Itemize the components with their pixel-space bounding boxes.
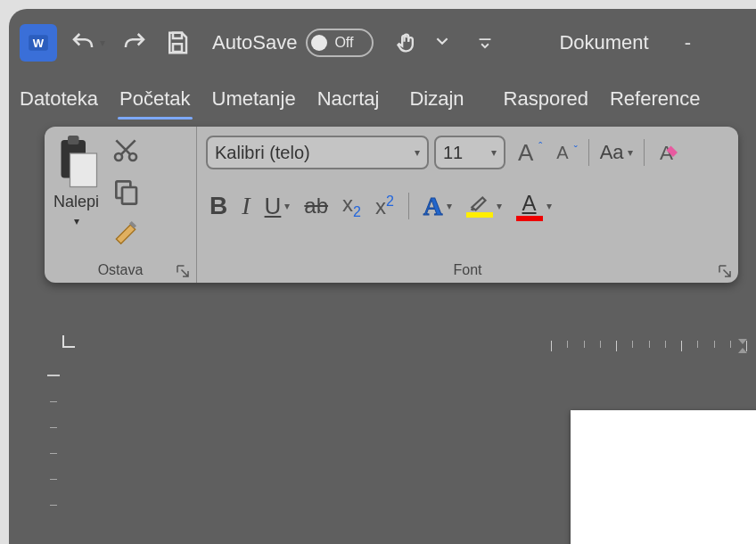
- svg-rect-2: [173, 33, 182, 38]
- font-color-dropdown-icon[interactable]: ▾: [546, 200, 552, 212]
- document-page[interactable]: [571, 410, 756, 544]
- svg-rect-6: [70, 153, 96, 187]
- svg-marker-12: [738, 339, 747, 344]
- highlight-dropdown-icon[interactable]: ▾: [497, 200, 502, 212]
- svg-text:W: W: [33, 37, 45, 50]
- qat-overflow-button[interactable]: [473, 31, 497, 54]
- underline-button[interactable]: U ▾: [265, 193, 291, 220]
- font-name-select[interactable]: Kalibri (telo) ▾: [206, 136, 429, 169]
- autosave-label: AutoSave: [212, 31, 297, 54]
- font-color-button[interactable]: A ▾: [516, 191, 552, 221]
- redo-button[interactable]: [118, 26, 152, 60]
- strikethrough-button[interactable]: ab: [304, 194, 328, 218]
- indent-marker[interactable]: [736, 337, 749, 355]
- undo-dropdown-icon[interactable]: ▾: [100, 37, 105, 49]
- document-title: Dokument: [559, 31, 648, 54]
- title-suffix: -: [685, 31, 691, 54]
- clipboard-group: Nalepi ▾ Ostava: [45, 127, 196, 283]
- change-case-button[interactable]: Aa ▾: [600, 141, 633, 164]
- superscript-button[interactable]: x2: [375, 194, 394, 219]
- touch-mode-button[interactable]: [391, 27, 423, 59]
- clear-formatting-button[interactable]: A: [655, 139, 682, 166]
- underline-dropdown-icon[interactable]: ▾: [284, 200, 290, 212]
- text-effects-button[interactable]: A ▾: [423, 191, 452, 221]
- svg-rect-3: [173, 44, 182, 52]
- toggle-thumb: [311, 35, 327, 51]
- italic-button[interactable]: I: [242, 192, 250, 220]
- tab-layout[interactable]: Raspored: [502, 84, 590, 114]
- font-size-select[interactable]: 11 ▾: [434, 136, 505, 169]
- cut-button[interactable]: [111, 136, 140, 164]
- clipboard-group-label: Ostava: [98, 262, 144, 278]
- svg-rect-10: [122, 187, 136, 204]
- app-window: W ▾ AutoSave Off Dokument -: [9, 9, 756, 544]
- paste-button[interactable]: Nalepi ▾: [53, 136, 99, 227]
- subscript-button[interactable]: x2: [342, 192, 361, 220]
- highlight-button[interactable]: ▾: [466, 194, 502, 218]
- highlight-icon: [466, 194, 493, 218]
- bold-button[interactable]: B: [210, 192, 227, 220]
- font-dialog-launcher[interactable]: [717, 263, 733, 279]
- paste-label: Nalepi: [53, 193, 99, 211]
- save-button[interactable]: [160, 26, 194, 60]
- touch-mode-dropdown[interactable]: [436, 35, 448, 51]
- text-effects-dropdown-icon[interactable]: ▾: [447, 200, 452, 212]
- grow-font-button[interactable]: Aˆ: [518, 139, 542, 167]
- undo-button[interactable]: ▾: [66, 26, 109, 60]
- tab-references[interactable]: Reference: [608, 84, 703, 114]
- font-color-icon: A: [516, 191, 543, 221]
- font-size-value: 11: [443, 143, 463, 163]
- chevron-down-icon: ▾: [415, 146, 420, 159]
- font-group: Kalibri (telo) ▾ 11 ▾ Aˆ Aˇ A: [196, 127, 738, 283]
- ruler-ticks: [551, 341, 747, 353]
- ruler-corner-icon: [62, 335, 75, 348]
- title-bar: W ▾ AutoSave Off Dokument -: [9, 9, 756, 77]
- ribbon-panel: Nalepi ▾ Ostava: [45, 127, 738, 283]
- autosave-toggle[interactable]: Off: [306, 29, 374, 57]
- vertical-ruler[interactable]: [45, 375, 62, 544]
- chevron-down-icon: ▾: [491, 146, 497, 159]
- clipboard-icon: [54, 136, 99, 189]
- document-area: [18, 330, 756, 544]
- font-group-label: Font: [453, 262, 481, 278]
- tab-home[interactable]: Početak: [118, 84, 193, 114]
- format-painter-button[interactable]: [111, 218, 140, 246]
- svg-rect-5: [68, 136, 79, 144]
- tab-file[interactable]: Datoteka: [18, 84, 100, 114]
- tab-insert[interactable]: Umetanje: [210, 84, 298, 114]
- font-name-value: Kalibri (telo): [215, 143, 310, 163]
- horizontal-ruler[interactable]: [62, 335, 756, 357]
- shrink-font-button[interactable]: Aˇ: [556, 143, 577, 163]
- tab-draw[interactable]: Nacrtaj: [316, 84, 382, 114]
- clipboard-dialog-launcher[interactable]: [175, 263, 191, 279]
- word-app-icon[interactable]: W: [20, 24, 57, 62]
- paste-dropdown-icon[interactable]: ▾: [74, 215, 79, 227]
- ribbon-tab-strip: Datoteka Početak Umetanje Nacrtaj Dizajn…: [9, 77, 756, 121]
- autosave-toggle-area: AutoSave Off: [212, 29, 374, 57]
- tab-design[interactable]: Dizajn: [407, 84, 465, 114]
- autosave-state: Off: [334, 35, 353, 51]
- copy-button[interactable]: [111, 177, 140, 205]
- svg-marker-13: [738, 348, 747, 353]
